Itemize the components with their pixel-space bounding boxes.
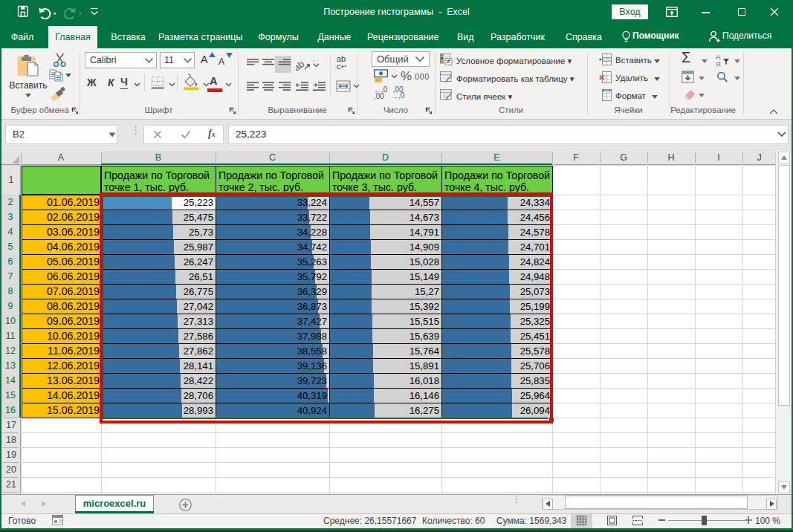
svg-text:Я: Я [716,60,721,68]
svg-text:ab: ab [296,59,306,71]
